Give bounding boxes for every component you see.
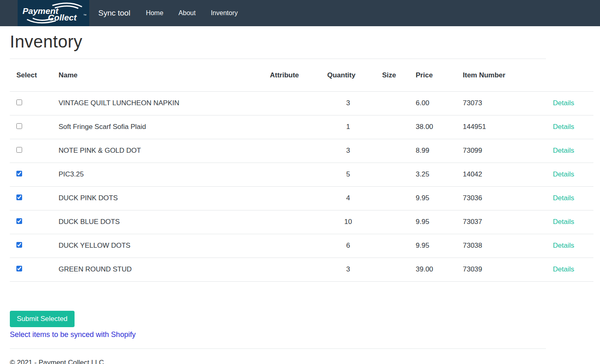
item-size <box>376 139 409 163</box>
table-row: GREEN ROUND STUD 3 39.00 73039 Details <box>10 258 593 281</box>
row-select-checkbox[interactable] <box>16 123 22 129</box>
col-header-item-number: Item Number <box>456 59 546 91</box>
logo-trademark: ™ <box>83 14 86 17</box>
row-select-checkbox[interactable] <box>16 99 22 105</box>
item-attribute <box>263 91 321 115</box>
item-attribute <box>263 115 321 139</box>
item-quantity: 3 <box>321 258 376 281</box>
table-row: VINTAGE QUILT LUNCHEON NAPKIN 3 6.00 730… <box>10 91 593 115</box>
copyright: © 2021 - Payment Collect LLC <box>10 359 600 364</box>
footer: © 2021 - Payment Collect LLC <box>0 348 600 364</box>
item-price: 6.00 <box>409 91 456 115</box>
nav-links: Home About Inventory <box>146 9 238 17</box>
nav-link-about[interactable]: About <box>179 9 196 17</box>
item-size <box>376 91 409 115</box>
item-attribute <box>263 139 321 163</box>
col-header-size: Size <box>376 59 409 91</box>
navbar: Payment Collect ™ Sync tool Home About I… <box>0 0 600 26</box>
item-attribute <box>263 163 321 186</box>
item-name: DUCK BLUE DOTS <box>52 210 263 234</box>
item-size <box>376 186 409 210</box>
item-price: 9.95 <box>409 186 456 210</box>
table-row: DUCK BLUE DOTS 10 9.95 73037 Details <box>10 210 593 234</box>
table-row: DUCK YELLOW DOTS 6 9.95 73038 Details <box>10 234 593 258</box>
item-number: 73073 <box>456 91 546 115</box>
table-row: NOTE PINK & GOLD DOT 3 8.99 73099 Detail… <box>10 139 593 163</box>
submit-selected-button[interactable]: Submit Selected <box>10 311 75 327</box>
item-name: PIC3.25 <box>52 163 263 186</box>
item-size <box>376 210 409 234</box>
table-row: Soft Fringe Scarf Sofia Plaid 1 38.00 14… <box>10 115 593 139</box>
row-select-checkbox[interactable] <box>16 266 22 271</box>
item-name: DUCK YELLOW DOTS <box>52 234 263 258</box>
nav-link-inventory[interactable]: Inventory <box>211 9 238 17</box>
table-row: DUCK PINK DOTS 4 9.95 73036 Details <box>10 186 593 210</box>
inventory-table: Select Name Attribute Quantity Size Pric… <box>10 59 593 282</box>
item-number: 73038 <box>456 234 546 258</box>
item-name: NOTE PINK & GOLD DOT <box>52 139 263 163</box>
item-quantity: 5 <box>321 163 376 186</box>
details-link[interactable]: Details <box>553 194 574 202</box>
item-number: 73037 <box>456 210 546 234</box>
details-link[interactable]: Details <box>553 123 574 131</box>
item-quantity: 3 <box>321 139 376 163</box>
table-header-row: Select Name Attribute Quantity Size Pric… <box>10 59 593 91</box>
col-header-actions <box>546 59 593 91</box>
details-link[interactable]: Details <box>553 218 574 226</box>
sync-hint-link[interactable]: Select items to be synced with Shopify <box>10 330 136 339</box>
row-select-checkbox[interactable] <box>16 218 22 224</box>
item-number: 144951 <box>456 115 546 139</box>
footer-divider <box>10 348 546 349</box>
details-link[interactable]: Details <box>553 242 574 249</box>
item-quantity: 3 <box>321 91 376 115</box>
item-attribute <box>263 258 321 281</box>
main-content: Inventory Select Name Attribute Quantity… <box>0 32 600 339</box>
details-link[interactable]: Details <box>553 170 574 178</box>
col-header-price: Price <box>409 59 456 91</box>
item-name: VINTAGE QUILT LUNCHEON NAPKIN <box>52 91 263 115</box>
col-header-quantity: Quantity <box>321 59 376 91</box>
item-price: 9.95 <box>409 234 456 258</box>
item-quantity: 1 <box>321 115 376 139</box>
details-link[interactable]: Details <box>553 99 574 107</box>
item-name: GREEN ROUND STUD <box>52 258 263 281</box>
item-name: Soft Fringe Scarf Sofia Plaid <box>52 115 263 139</box>
item-name: DUCK PINK DOTS <box>52 186 263 210</box>
col-header-attribute: Attribute <box>263 59 321 91</box>
col-header-select: Select <box>10 59 52 91</box>
item-number: 73039 <box>456 258 546 281</box>
row-select-checkbox[interactable] <box>16 242 22 248</box>
item-attribute <box>263 234 321 258</box>
paymentcollect-logo[interactable]: Payment Collect ™ <box>18 0 89 26</box>
item-number: 14042 <box>456 163 546 186</box>
page-title: Inventory <box>10 32 600 52</box>
item-price: 3.25 <box>409 163 456 186</box>
row-select-checkbox[interactable] <box>16 194 22 200</box>
inventory-table-body: VINTAGE QUILT LUNCHEON NAPKIN 3 6.00 730… <box>10 91 593 281</box>
brand-sync-tool[interactable]: Sync tool <box>98 9 130 18</box>
item-quantity: 6 <box>321 234 376 258</box>
item-price: 8.99 <box>409 139 456 163</box>
item-size <box>376 258 409 281</box>
item-size <box>376 163 409 186</box>
item-quantity: 10 <box>321 210 376 234</box>
nav-link-home[interactable]: Home <box>146 9 163 17</box>
item-size <box>376 234 409 258</box>
row-select-checkbox[interactable] <box>16 171 22 176</box>
logo-text-collect: Collect <box>48 13 77 22</box>
item-size <box>376 115 409 139</box>
item-price: 9.95 <box>409 210 456 234</box>
item-quantity: 4 <box>321 186 376 210</box>
details-link[interactable]: Details <box>553 265 574 273</box>
item-price: 39.00 <box>409 258 456 281</box>
item-attribute <box>263 186 321 210</box>
item-price: 38.00 <box>409 115 456 139</box>
row-select-checkbox[interactable] <box>16 147 22 153</box>
col-header-name: Name <box>52 59 263 91</box>
item-number: 73036 <box>456 186 546 210</box>
item-attribute <box>263 210 321 234</box>
table-row: PIC3.25 5 3.25 14042 Details <box>10 163 593 186</box>
item-number: 73099 <box>456 139 546 163</box>
details-link[interactable]: Details <box>553 147 574 154</box>
